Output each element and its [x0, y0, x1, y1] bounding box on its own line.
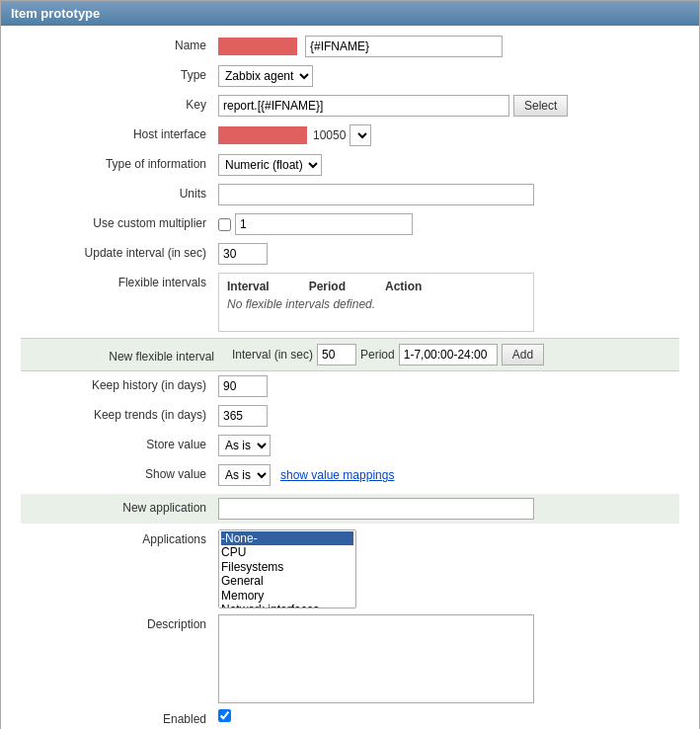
multiplier-checkbox[interactable]	[218, 218, 231, 231]
flexible-intervals-header: Interval Period Action	[227, 280, 525, 293]
keep-history-row: Keep history (in days)	[21, 375, 679, 399]
applications-label: Applications	[21, 529, 218, 546]
title-bar: Item prototype	[1, 1, 699, 26]
type-label: Type	[21, 65, 218, 82]
interval-sec-label: Interval (in sec)	[232, 348, 313, 362]
key-field: Select	[218, 95, 679, 117]
store-value-row: Store value As is	[21, 435, 679, 458]
units-row: Units	[21, 184, 679, 207]
type-of-info-field: Numeric (float)	[218, 154, 679, 176]
applications-row: Applications -None- CPU Filesystems Gene…	[21, 529, 679, 608]
window-title: Item prototype	[11, 6, 100, 21]
host-interface-label: Host interface	[21, 124, 218, 141]
description-textarea[interactable]	[218, 614, 534, 703]
units-input[interactable]	[218, 184, 534, 205]
item-prototype-window: Item prototype Name Type Zabbix agent Ke…	[0, 0, 700, 729]
period-label: Period	[360, 348, 395, 362]
type-row: Type Zabbix agent	[21, 65, 679, 89]
name-red-block	[218, 38, 297, 55]
enabled-checkbox[interactable]	[218, 709, 231, 722]
host-interface-row: Host interface 10050	[21, 124, 679, 148]
app-option-memory[interactable]: Memory	[221, 589, 353, 603]
app-option-none[interactable]: -None-	[221, 531, 353, 545]
new-application-row: New application	[21, 494, 679, 524]
app-option-general[interactable]: General	[221, 574, 353, 588]
flex-col-period: Period	[309, 280, 346, 293]
flexible-intervals-empty: No flexible intervals defined.	[227, 297, 525, 311]
description-label: Description	[21, 614, 218, 631]
update-interval-field	[218, 243, 679, 265]
description-row: Description	[21, 614, 679, 703]
keep-trends-field	[218, 405, 679, 427]
host-port: 10050	[313, 128, 346, 142]
keep-trends-row: Keep trends (in days)	[21, 405, 679, 429]
multiplier-input[interactable]	[235, 213, 413, 235]
update-interval-row: Update interval (in sec)	[21, 243, 679, 267]
type-select[interactable]: Zabbix agent	[218, 65, 313, 87]
new-flexible-interval-field: Interval (in sec) Period Add	[232, 344, 671, 365]
flexible-intervals-row: Flexible intervals Interval Period Actio…	[21, 273, 679, 332]
keep-history-label: Keep history (in days)	[21, 375, 218, 392]
multiplier-label: Use custom multiplier	[21, 213, 218, 230]
update-interval-label: Update interval (in sec)	[21, 243, 218, 260]
key-input[interactable]	[218, 95, 509, 117]
period-input[interactable]	[399, 344, 498, 365]
store-value-select[interactable]: As is	[218, 435, 271, 456]
key-label: Key	[21, 95, 218, 112]
units-label: Units	[21, 184, 218, 201]
type-field: Zabbix agent	[218, 65, 679, 87]
flexible-intervals-field: Interval Period Action No flexible inter…	[218, 273, 679, 332]
units-field	[218, 184, 679, 205]
flex-col-action: Action	[385, 280, 422, 293]
multiplier-field	[218, 213, 679, 235]
store-value-field: As is	[218, 435, 679, 456]
form-body: Name Type Zabbix agent Key Select	[1, 26, 699, 729]
interval-sec-input[interactable]	[317, 344, 356, 365]
flexible-intervals-label: Flexible intervals	[21, 273, 218, 289]
applications-listbox[interactable]: -None- CPU Filesystems General Memory Ne…	[218, 529, 356, 608]
show-value-select[interactable]: As is	[218, 464, 271, 486]
keep-history-input[interactable]	[218, 375, 268, 397]
applications-field: -None- CPU Filesystems General Memory Ne…	[218, 529, 679, 608]
show-value-field: As is show value mappings	[218, 464, 679, 486]
key-row: Key Select	[21, 95, 679, 119]
name-input[interactable]	[305, 36, 503, 57]
new-flexible-interval-row: New flexible interval Interval (in sec) …	[21, 338, 679, 371]
show-value-mappings-link[interactable]: show value mappings	[280, 468, 394, 482]
show-value-row: Show value As is show value mappings	[21, 464, 679, 488]
flex-col-interval: Interval	[227, 280, 270, 293]
type-of-info-row: Type of information Numeric (float)	[21, 154, 679, 178]
new-flexible-interval-label: New flexible interval	[29, 347, 226, 364]
host-red-block	[218, 126, 307, 144]
new-application-label: New application	[21, 498, 218, 515]
app-option-filesystems[interactable]: Filesystems	[221, 560, 353, 574]
flexible-intervals-box: Interval Period Action No flexible inter…	[218, 273, 534, 332]
select-button[interactable]: Select	[513, 95, 568, 117]
keep-history-field	[218, 375, 679, 397]
update-interval-input[interactable]	[218, 243, 268, 265]
name-label: Name	[21, 36, 218, 52]
multiplier-row: Use custom multiplier	[21, 213, 679, 237]
name-row: Name	[21, 36, 679, 59]
show-value-label: Show value	[21, 464, 218, 481]
host-interface-field: 10050	[218, 124, 679, 146]
description-field	[218, 614, 679, 703]
type-of-info-select[interactable]: Numeric (float)	[218, 154, 322, 176]
new-application-field	[218, 498, 679, 520]
app-option-cpu[interactable]: CPU	[221, 545, 353, 559]
host-port-select[interactable]	[350, 124, 371, 146]
enabled-row: Enabled	[21, 709, 679, 729]
type-of-info-label: Type of information	[21, 154, 218, 171]
app-option-network[interactable]: Network interfaces	[221, 603, 353, 608]
keep-trends-input[interactable]	[218, 405, 268, 427]
name-field	[218, 36, 679, 57]
add-button[interactable]: Add	[502, 344, 544, 365]
store-value-label: Store value	[21, 435, 218, 451]
enabled-label: Enabled	[21, 709, 218, 726]
new-application-input[interactable]	[218, 498, 534, 520]
keep-trends-label: Keep trends (in days)	[21, 405, 218, 422]
enabled-field	[218, 709, 679, 722]
